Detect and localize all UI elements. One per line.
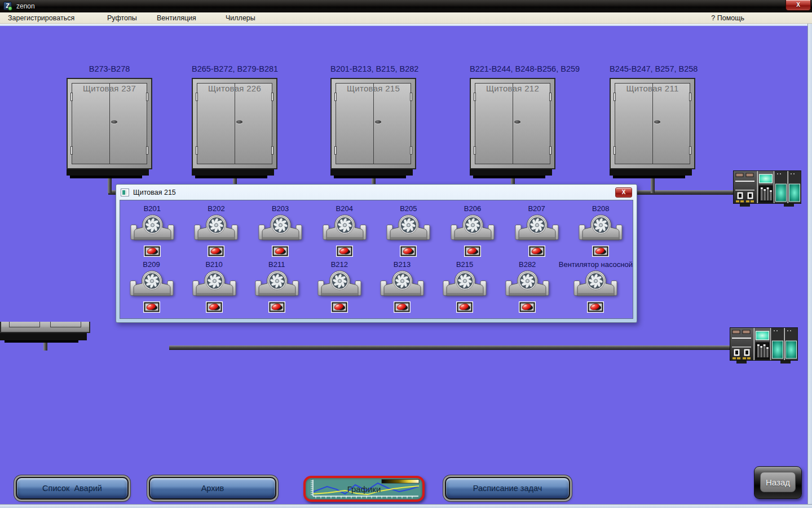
- menu-item-help[interactable]: ? Помощь: [711, 14, 744, 23]
- archive-button[interactable]: Архив: [149, 477, 276, 500]
- cabinet-door-left: [615, 84, 652, 164]
- cabinet-group-label: B265-B272, B279-B281: [192, 62, 277, 76]
- hinge-icon: [689, 146, 691, 155]
- cabinet[interactable]: B245-B247, B257, B258 Щитовая 211: [610, 62, 695, 193]
- fan-icon[interactable]: [192, 270, 236, 299]
- fan-unit: B213: [370, 260, 433, 313]
- hinge-icon: [70, 93, 73, 101]
- close-window-button[interactable]: X: [785, 0, 811, 11]
- menu-item[interactable]: Руфтопы: [105, 14, 139, 23]
- fan-icon[interactable]: [573, 270, 617, 299]
- fan-unit: B211: [245, 260, 308, 313]
- plc-rack-icon: [730, 327, 798, 365]
- red-lamp-button[interactable]: [144, 246, 161, 257]
- cabinet-door-right: [235, 84, 272, 164]
- charts-button[interactable]: Графики: [303, 476, 425, 502]
- hinge-icon: [474, 146, 476, 155]
- fan-unit: B209: [120, 260, 183, 313]
- fan-icon[interactable]: [255, 270, 299, 299]
- red-lamp-button[interactable]: [336, 246, 353, 257]
- red-lamp-button[interactable]: [206, 301, 223, 313]
- cabinet[interactable]: B265-B272, B279-B281 Щитовая 226: [192, 62, 277, 193]
- fan-icon[interactable]: [323, 214, 367, 243]
- fan-label: Вентилятор насосной: [559, 260, 633, 269]
- cabinet-base-shadow: [613, 176, 685, 178]
- fan-icon[interactable]: [451, 214, 495, 243]
- hinge-icon: [410, 146, 412, 155]
- hinge-icon: [70, 146, 73, 155]
- keyhole-icon: [111, 120, 117, 124]
- schedule-label: Расписание задач: [473, 484, 542, 493]
- fan-unit: B215: [434, 260, 496, 313]
- cabinet-base: [192, 169, 274, 176]
- fan-icon[interactable]: [386, 214, 430, 243]
- red-lamp-button[interactable]: [331, 301, 348, 313]
- fan-label: B215: [456, 260, 473, 269]
- fan-icon[interactable]: [317, 270, 361, 299]
- fan-icon[interactable]: [443, 270, 487, 299]
- fan-icon[interactable]: [194, 214, 238, 243]
- red-lamp-button[interactable]: [400, 246, 417, 257]
- fan-icon[interactable]: [380, 270, 424, 299]
- fan-label: B207: [528, 204, 545, 213]
- cabinet-partial[interactable]: [0, 322, 90, 351]
- keyhole-icon: [654, 120, 660, 124]
- red-lamp-button[interactable]: [268, 301, 285, 313]
- cabinet-doors: [615, 83, 690, 164]
- cable-drop-line: [651, 178, 655, 193]
- cabinet-partial-base: [0, 333, 87, 340]
- window-edge-bottom: [0, 504, 812, 508]
- fan-unit: B206: [440, 204, 505, 257]
- red-lamp-button[interactable]: [464, 246, 481, 257]
- red-lamp-button[interactable]: [456, 301, 473, 313]
- cabinet-door-right: [652, 84, 690, 164]
- fan-unit: B282: [496, 260, 559, 313]
- menu-item[interactable]: Зарегистрироваться: [6, 14, 77, 23]
- red-lamp-button[interactable]: [587, 301, 604, 313]
- fan-unit: B210: [183, 260, 245, 313]
- fan-label: B204: [336, 204, 353, 213]
- schedule-button[interactable]: Расписание задач: [445, 477, 570, 500]
- fan-label: B201: [144, 204, 161, 213]
- popup-titlebar[interactable]: Щитовая 215 X: [120, 185, 633, 200]
- plc-rack: [733, 170, 801, 208]
- cabinet-door-left: [336, 84, 373, 164]
- fan-icon[interactable]: [505, 270, 549, 299]
- alarm-list-button[interactable]: Список Аварий: [16, 477, 129, 500]
- fan-unit: B203: [248, 204, 312, 257]
- fan-label: B208: [592, 204, 609, 213]
- cabinet[interactable]: B201-B213, B215, B282 Щитовая 215: [330, 62, 416, 193]
- cabinet-name-label: Щитовая 215: [332, 84, 415, 93]
- fan-icon[interactable]: [130, 214, 174, 243]
- menu-item[interactable]: Вентиляция: [155, 14, 198, 23]
- fan-icon[interactable]: [579, 214, 623, 243]
- hinge-icon: [146, 146, 148, 155]
- red-lamp-button[interactable]: [208, 246, 224, 257]
- plc-rack: [730, 327, 798, 365]
- fan-icon[interactable]: [515, 214, 559, 243]
- back-button[interactable]: Назад: [754, 466, 802, 499]
- cabinet-door-left: [197, 84, 235, 164]
- red-lamp-button[interactable]: [592, 246, 609, 257]
- red-lamp-button[interactable]: [272, 246, 289, 257]
- fan-label: B205: [400, 204, 417, 213]
- fan-unit: B201: [120, 204, 184, 257]
- cabinet-doors: [336, 83, 411, 164]
- cabinet-door-right: [373, 84, 411, 164]
- red-lamp-button[interactable]: [519, 301, 536, 313]
- cabinet[interactable]: B221-B244, B248-B256, B259 Щитовая 212: [470, 62, 555, 193]
- popup-title: Щитовая 215: [133, 189, 615, 196]
- red-lamp-button[interactable]: [528, 246, 545, 257]
- red-lamp-button[interactable]: [394, 301, 411, 313]
- menubar: Зарегистрироваться Руфтопы Вентиляция Чи…: [0, 12, 812, 24]
- hinge-icon: [334, 93, 337, 101]
- fan-icon[interactable]: [258, 214, 302, 243]
- cabinet-group-label: B201-B213, B215, B282: [330, 62, 416, 76]
- cabinet-base: [610, 169, 692, 176]
- popup-close-button[interactable]: X: [615, 187, 632, 198]
- keyhole-icon: [514, 120, 520, 124]
- menu-item[interactable]: Чиллеры: [223, 14, 258, 23]
- fan-icon[interactable]: [130, 270, 174, 299]
- cabinet[interactable]: B273-B278 Щитовая 237: [67, 62, 152, 193]
- red-lamp-button[interactable]: [143, 301, 160, 313]
